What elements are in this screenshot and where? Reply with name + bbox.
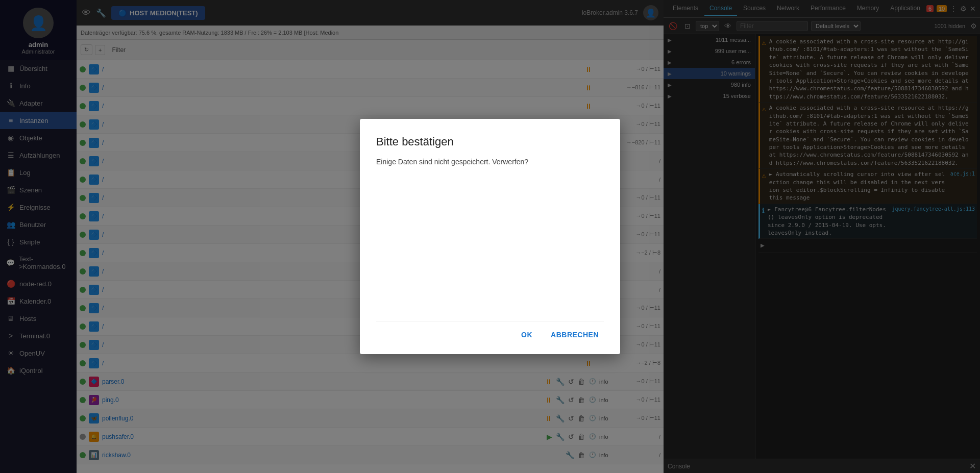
modal-cancel-button[interactable]: ABBRECHEN <box>546 328 604 342</box>
modal-title: Bitte bestätigen <box>376 135 604 148</box>
modal-ok-button[interactable]: OK <box>516 328 537 342</box>
modal-body-text: Einige Daten sind nicht gespeichert. Ver… <box>376 158 528 166</box>
modal-overlay: Bitte bestätigen Einige Daten sind nicht… <box>0 0 980 473</box>
modal-actions: OK ABBRECHEN <box>376 321 604 342</box>
confirm-modal: Bitte bestätigen Einige Daten sind nicht… <box>360 119 620 354</box>
modal-body: Einige Daten sind nicht gespeichert. Ver… <box>376 158 604 301</box>
